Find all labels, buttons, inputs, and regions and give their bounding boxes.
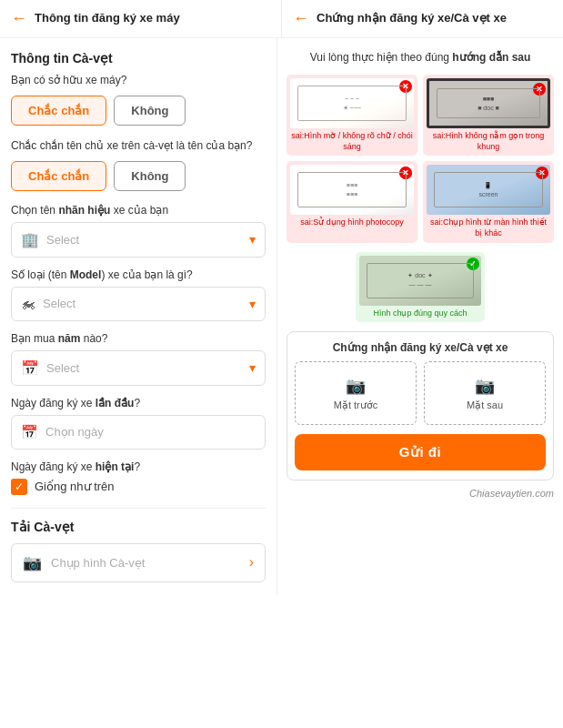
wrong-image-3: ✕ ≡≡≡≡≡≡ sai:Sử dụng hình photocopy [287, 161, 417, 242]
question2-label: Chắc chắn tên chủ xe trên cà-vẹt là tên … [11, 138, 266, 154]
watermark: Chiasevaytien.com [287, 488, 554, 499]
current-reg-label: Ngày đăng ký xe hiện tại? [11, 460, 266, 473]
wrong-image-1: ✕ ~ ~ ~☀ ~~~ sai:Hình mờ / không rõ chữ … [287, 75, 417, 156]
wrong-status-dot-4: ✕ [536, 167, 548, 179]
same-as-above-row: ✓ Giống như trên [11, 479, 266, 495]
brand-select-placeholder: Select [46, 233, 242, 247]
question2-btn-group: Chắc chắn Không [11, 161, 266, 191]
back-arrow-right[interactable]: ← [293, 9, 309, 28]
wrong-caption-4: sai:Chụp hình từ màn hình thiết bị khác [427, 217, 550, 238]
wrong-caption-1: sai:Hình mờ / không rõ chữ / chói sáng [290, 131, 414, 152]
correct-image: ✓ ✦ doc ✦— — — Hình chụp đúng quy cách [356, 252, 484, 323]
first-reg-placeholder: Chọn ngày [45, 425, 256, 439]
wrong-caption-2: sai:Hình không nằm gọn trong khung [427, 131, 550, 152]
first-reg-label: Ngày đăng ký xe lần đầu? [11, 397, 266, 410]
upload-arrow-icon: › [249, 554, 254, 571]
section-divider [11, 508, 266, 509]
brand-field-label: Chọn tên nhãn hiệu xe của bạn [11, 204, 266, 217]
header-left: ← Thông tin đăng ký xe máy [0, 0, 282, 37]
calendar2-icon: 📅 [21, 424, 38, 440]
wrong-img-visual-4: ✕ 📱screen [427, 165, 550, 215]
main-content: Thông tin Cà-vẹt Bạn có sở hữu xe máy? C… [0, 38, 563, 595]
brand-chevron-icon: ▾ [249, 232, 256, 247]
camera-front-icon: 📷 [346, 376, 366, 396]
year-select[interactable]: 📅 Select ▾ [11, 350, 266, 386]
q1-option2-button[interactable]: Không [114, 96, 186, 126]
year-field-label: Bạn mua năm nào? [11, 332, 266, 345]
year-select-placeholder: Select [46, 361, 242, 375]
back-arrow-left[interactable]: ← [11, 9, 27, 28]
right-instruction: Vui lòng thực hiện theo đúng hướng dẫn s… [287, 49, 554, 66]
upload-caviet-row[interactable]: 📷 Chụp hình Cà-vẹt › [11, 543, 266, 582]
model-select-placeholder: Select [43, 297, 242, 310]
checkbox-checked-icon[interactable]: ✓ [11, 479, 27, 495]
correct-img-visual: ✓ ✦ doc ✦— — — [359, 256, 480, 306]
submit-button[interactable]: Gửi đi [295, 434, 546, 470]
model-chevron-icon: ▾ [249, 297, 256, 311]
header-title-left: Thông tin đăng ký xe máy [35, 11, 180, 26]
cert-box-title: Chứng nhận đăng ký xe/Cà vẹt xe [295, 341, 546, 354]
same-as-above-label: Giống như trên [35, 480, 115, 493]
q2-option1-button[interactable]: Chắc chắn [11, 161, 106, 191]
instruction-image-grid: ✕ ~ ~ ~☀ ~~~ sai:Hình mờ / không rõ chữ … [287, 75, 554, 243]
cert-photo-back[interactable]: 📷 Mặt sau [424, 361, 546, 425]
cert-photo-front[interactable]: 📷 Mặt trước [295, 361, 417, 425]
camera-icon: 📷 [23, 553, 42, 572]
top-header: ← Thông tin đăng ký xe máy ← Chứng nhận … [0, 0, 563, 38]
question1-btn-group: Chắc chắn Không [11, 96, 266, 126]
header-title-right: Chứng nhận đăng ký xe/Cà vẹt xe [317, 11, 507, 26]
wrong-img-visual-2: ✕ ■■■■ doc ■ [427, 78, 550, 128]
model-field-label: Số loại (tên Model) xe của bạn là gì? [11, 268, 266, 281]
question1-label: Bạn có sở hữu xe máy? [11, 73, 266, 88]
wrong-status-dot-2: ✕ [533, 83, 546, 96]
wrong-status-dot-3: ✕ [399, 167, 412, 179]
header-right: ← Chứng nhận đăng ký xe/Cà vẹt xe [282, 0, 563, 37]
wrong-caption-3: sai:Sử dụng hình photocopy [290, 217, 414, 228]
model-select[interactable]: 🏍 Select ▾ [11, 287, 266, 321]
wrong-status-dot-1: ✕ [399, 80, 412, 93]
cert-front-label: Mặt trước [334, 399, 378, 411]
q1-option1-button[interactable]: Chắc chắn [11, 96, 106, 126]
building-icon: 🏢 [21, 231, 39, 248]
year-chevron-icon: ▾ [249, 360, 256, 375]
right-panel: Vui lòng thực hiện theo đúng hướng dẫn s… [277, 38, 563, 595]
wrong-img-visual-3: ✕ ≡≡≡≡≡≡ [290, 165, 414, 215]
brand-select[interactable]: 🏢 Select ▾ [11, 222, 266, 258]
correct-status-dot: ✓ [467, 258, 479, 270]
left-panel: Thông tin Cà-vẹt Bạn có sở hữu xe máy? C… [0, 38, 277, 595]
upload-section-title: Tải Cà-vẹt [11, 520, 266, 534]
section-title-left: Thông tin Cà-vẹt [11, 51, 266, 66]
wrong-img-visual-1: ✕ ~ ~ ~☀ ~~~ [290, 78, 414, 128]
calendar-icon: 📅 [21, 359, 39, 377]
first-reg-date[interactable]: 📅 Chọn ngày [11, 415, 266, 450]
correct-caption: Hình chụp đúng quy cách [359, 308, 480, 319]
upload-placeholder-text: Chụp hình Cà-vẹt [51, 556, 240, 570]
cert-photo-row: 📷 Mặt trước 📷 Mặt sau [295, 361, 546, 425]
wrong-image-2: ✕ ■■■■ doc ■ sai:Hình không nằm gọn tron… [423, 75, 554, 156]
q2-option2-button[interactable]: Không [114, 161, 186, 191]
cert-back-label: Mặt sau [467, 399, 503, 411]
camera-back-icon: 📷 [475, 376, 495, 396]
cert-box: Chứng nhận đăng ký xe/Cà vẹt xe 📷 Mặt tr… [287, 331, 554, 480]
motorcycle-icon: 🏍 [21, 296, 35, 312]
wrong-image-4: ✕ 📱screen sai:Chụp hình từ màn hình thiế… [423, 161, 554, 242]
